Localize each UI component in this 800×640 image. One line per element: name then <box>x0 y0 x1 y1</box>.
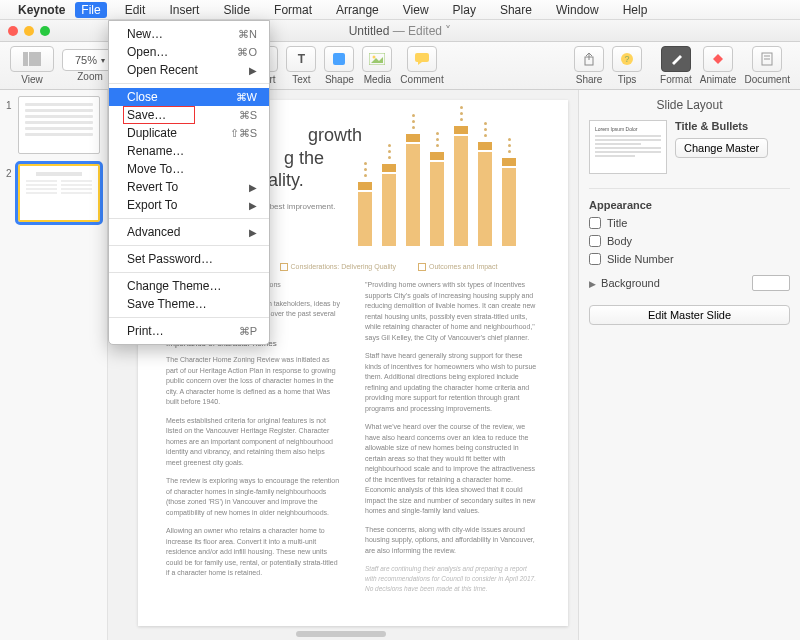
zoom-value: 75% <box>75 54 97 66</box>
window-minimize-icon[interactable] <box>24 26 34 36</box>
share-icon <box>582 52 596 66</box>
background-label: Background <box>601 277 660 289</box>
file-menu-dropdown[interactable]: New…⌘NOpen…⌘OOpen Recent▶Close⌘WSave…⌘SD… <box>108 20 270 345</box>
slide-thumb-2[interactable]: 2 <box>18 164 103 222</box>
submenu-arrow-icon: ▶ <box>249 182 257 193</box>
view-icon <box>23 52 41 66</box>
media-button[interactable] <box>362 46 392 72</box>
window-close-icon[interactable] <box>8 26 18 36</box>
zoom-label: Zoom <box>77 71 103 82</box>
toolbar-view-group: View <box>10 46 54 85</box>
menuitem-save-theme[interactable]: Save Theme… <box>109 295 269 313</box>
menu-slide[interactable]: Slide <box>217 2 256 18</box>
menuitem-close[interactable]: Close⌘W <box>109 88 269 106</box>
background-row[interactable]: ▶ Background <box>589 275 790 291</box>
comment-button[interactable] <box>407 46 437 72</box>
animate-icon <box>711 52 725 66</box>
menuitem-move-to[interactable]: Move To… <box>109 160 269 178</box>
window-zoom-icon[interactable] <box>40 26 50 36</box>
edit-master-button[interactable]: Edit Master Slide <box>589 305 790 325</box>
animate-button[interactable] <box>703 46 733 72</box>
tips-icon: ? <box>620 52 634 66</box>
document-modified-label: — Edited <box>389 24 442 38</box>
checkbox-slidenum-input[interactable] <box>589 253 601 265</box>
menuitem-advanced[interactable]: Advanced▶ <box>109 223 269 241</box>
slide-thumb-1[interactable]: 1 <box>18 96 103 154</box>
shape-label: Shape <box>325 74 354 85</box>
chart-bar <box>358 192 372 246</box>
view-label: View <box>21 74 43 85</box>
mac-menubar: Keynote File Edit Insert Slide Format Ar… <box>0 0 800 20</box>
menuitem-change-theme[interactable]: Change Theme… <box>109 277 269 295</box>
menuitem-set-password[interactable]: Set Password… <box>109 250 269 268</box>
menuitem-duplicate[interactable]: Duplicate⇧⌘S <box>109 124 269 142</box>
svg-text:?: ? <box>625 54 630 64</box>
animate-label: Animate <box>700 74 737 85</box>
document-button[interactable] <box>752 46 782 72</box>
menuitem-open[interactable]: Open…⌘O <box>109 43 269 61</box>
menu-file[interactable]: File <box>75 2 106 18</box>
slide-number-label: 1 <box>6 100 12 111</box>
menuitem-open-recent[interactable]: Open Recent▶ <box>109 61 269 79</box>
share-label: Share <box>576 74 603 85</box>
title-chevron-icon[interactable]: ˅ <box>445 24 451 38</box>
shape-button[interactable] <box>324 46 354 72</box>
share-button[interactable] <box>574 46 604 72</box>
menuitem-revert-to[interactable]: Revert To▶ <box>109 178 269 196</box>
menuitem-print[interactable]: Print…⌘P <box>109 322 269 340</box>
appearance-header: Appearance <box>589 199 790 211</box>
document-icon <box>761 52 773 66</box>
menu-insert[interactable]: Insert <box>163 2 205 18</box>
slide-number-label: 2 <box>6 168 12 179</box>
checkbox-body[interactable]: Body <box>589 235 790 247</box>
chart-bar <box>478 152 492 246</box>
checkbox-body-input[interactable] <box>589 235 601 247</box>
checkbox-title[interactable]: Title <box>589 217 790 229</box>
text-button[interactable]: T <box>286 46 316 72</box>
menuitem-save[interactable]: Save…⌘S <box>109 106 269 124</box>
chart-bar <box>454 136 468 246</box>
submenu-arrow-icon: ▶ <box>249 227 257 238</box>
menu-view[interactable]: View <box>397 2 435 18</box>
menu-format[interactable]: Format <box>268 2 318 18</box>
menuitem-rename[interactable]: Rename… <box>109 142 269 160</box>
inspector-title: Slide Layout <box>589 98 790 112</box>
app-name[interactable]: Keynote <box>18 3 65 17</box>
menu-play[interactable]: Play <box>447 2 482 18</box>
comment-label: Comment <box>400 74 443 85</box>
tips-button[interactable]: ? <box>612 46 642 72</box>
chart-bar <box>406 144 420 246</box>
media-label: Media <box>364 74 391 85</box>
checkbox-title-input[interactable] <box>589 217 601 229</box>
legend-item: Considerations: Delivering Quality <box>280 263 396 271</box>
menu-window[interactable]: Window <box>550 2 605 18</box>
background-color-swatch[interactable] <box>752 275 790 291</box>
svg-rect-5 <box>333 53 345 65</box>
slide-navigator[interactable]: 1 2 <box>0 90 108 640</box>
chart-bar <box>502 168 516 246</box>
document-label: Document <box>744 74 790 85</box>
menu-arrange[interactable]: Arrange <box>330 2 385 18</box>
menu-edit[interactable]: Edit <box>119 2 152 18</box>
text-icon: T <box>298 52 305 66</box>
legend-item: Outcomes and Impact <box>418 263 497 271</box>
format-button[interactable] <box>661 46 691 72</box>
document-title: Untitled <box>349 24 390 38</box>
checkbox-slidenum[interactable]: Slide Number <box>589 253 790 265</box>
view-button[interactable] <box>10 46 54 72</box>
menu-share[interactable]: Share <box>494 2 538 18</box>
master-name: Title & Bullets <box>675 120 790 132</box>
horizontal-scrollbar[interactable] <box>296 631 386 637</box>
menuitem-export-to[interactable]: Export To▶ <box>109 196 269 214</box>
submenu-arrow-icon: ▶ <box>249 65 257 76</box>
submenu-arrow-icon: ▶ <box>249 200 257 211</box>
slide-chart <box>358 126 528 246</box>
change-master-button[interactable]: Change Master <box>675 138 768 158</box>
shape-icon <box>332 52 346 66</box>
svg-point-7 <box>373 56 376 59</box>
menuitem-new[interactable]: New…⌘N <box>109 25 269 43</box>
disclosure-triangle-icon[interactable]: ▶ <box>589 279 596 289</box>
comment-icon <box>414 52 430 66</box>
chart-bar <box>430 162 444 246</box>
menu-help[interactable]: Help <box>617 2 654 18</box>
